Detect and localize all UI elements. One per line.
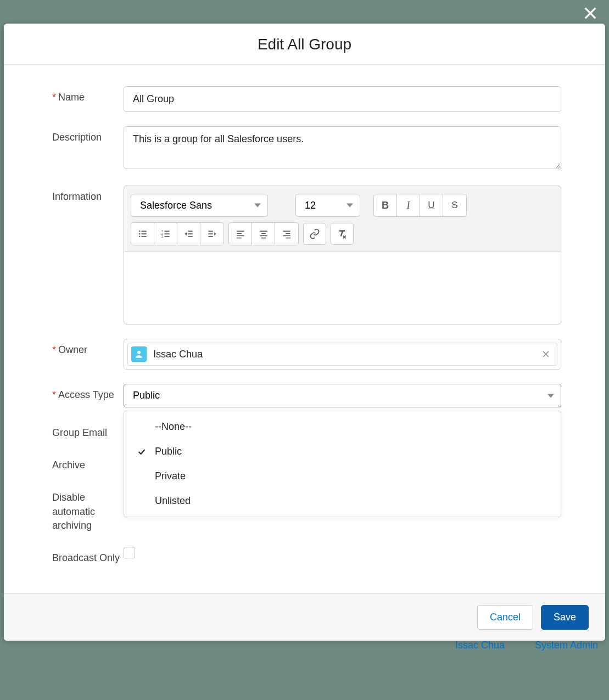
svg-text:3: 3 [161, 235, 163, 238]
svg-rect-7 [141, 236, 146, 237]
cancel-button[interactable]: Cancel [477, 605, 533, 630]
font-select[interactable]: Salesforce Sans [131, 194, 268, 217]
svg-rect-31 [286, 233, 290, 234]
strikethrough-button[interactable]: S [443, 194, 466, 216]
link-button[interactable] [303, 223, 326, 245]
svg-rect-13 [164, 236, 169, 237]
bg-owner-link[interactable]: Issac Chua [455, 640, 505, 656]
chevron-down-icon [254, 204, 261, 208]
modal-title: Edit All Group [4, 24, 605, 65]
align-left-button[interactable] [229, 223, 252, 245]
access-type-label: *Access Type [52, 384, 124, 402]
svg-rect-29 [261, 238, 265, 239]
bold-button[interactable]: B [374, 194, 397, 216]
option-public[interactable]: Public [124, 439, 561, 464]
svg-point-6 [138, 236, 140, 238]
svg-rect-22 [237, 231, 244, 232]
svg-rect-28 [260, 236, 267, 237]
option-private[interactable]: Private [124, 464, 561, 489]
svg-rect-3 [141, 231, 146, 232]
name-input[interactable] [124, 86, 561, 112]
font-size-select[interactable]: 12 [295, 194, 360, 217]
modal-footer: Cancel Save [4, 593, 605, 641]
save-button[interactable]: Save [541, 605, 589, 630]
chevron-down-icon [547, 394, 554, 397]
svg-rect-30 [283, 231, 290, 232]
align-right-button[interactable] [275, 223, 298, 245]
outdent-button[interactable] [177, 223, 200, 245]
svg-rect-9 [164, 231, 169, 232]
clear-format-button[interactable] [331, 223, 354, 245]
close-icon[interactable] [582, 4, 599, 22]
align-center-button[interactable] [252, 223, 275, 245]
svg-rect-25 [237, 238, 241, 239]
user-icon [131, 346, 147, 362]
svg-rect-18 [208, 231, 213, 232]
name-label: *Name [52, 86, 124, 104]
disable-archive-label: Disable automatic archiving [52, 486, 124, 533]
chevron-down-icon [347, 204, 353, 208]
archive-label: Archive [52, 454, 124, 472]
svg-rect-14 [188, 231, 192, 232]
modal-body: *Name Description This is a group for al… [4, 65, 605, 593]
check-icon [137, 447, 146, 456]
option-none[interactable]: --None-- [124, 415, 561, 439]
rich-text-body[interactable] [124, 251, 561, 324]
owner-label: *Owner [52, 339, 124, 357]
svg-rect-23 [237, 233, 241, 234]
access-type-select[interactable]: Public [124, 384, 561, 407]
svg-rect-20 [208, 236, 213, 237]
bullet-list-button[interactable] [131, 223, 154, 245]
broadcast-label: Broadcast Only [52, 547, 124, 565]
broadcast-checkbox[interactable] [124, 547, 135, 558]
svg-marker-21 [214, 232, 216, 236]
indent-button[interactable] [200, 223, 224, 245]
option-unlisted[interactable]: Unlisted [124, 489, 561, 513]
edit-group-modal: Edit All Group *Name Description This is… [4, 24, 605, 641]
bg-role-link[interactable]: System Admin [535, 640, 598, 656]
svg-rect-19 [208, 233, 213, 234]
underline-button[interactable]: U [420, 194, 443, 216]
svg-rect-32 [283, 236, 290, 237]
svg-rect-15 [188, 233, 192, 234]
svg-rect-11 [164, 233, 169, 234]
svg-rect-27 [261, 233, 265, 234]
description-label: Description [52, 126, 124, 144]
svg-point-4 [138, 233, 140, 235]
svg-marker-17 [185, 232, 186, 236]
group-email-label: Group Email [52, 422, 124, 440]
background-row: Issac Chua System Admin [444, 640, 609, 656]
numbered-list-button[interactable]: 123 [154, 223, 177, 245]
owner-pill: Issac Chua [127, 343, 557, 366]
owner-name: Issac Chua [153, 349, 203, 360]
owner-lookup[interactable]: Issac Chua [124, 339, 561, 369]
svg-rect-24 [237, 236, 244, 237]
svg-point-2 [138, 231, 140, 232]
description-input[interactable]: This is a group for all Salesforce users… [124, 126, 561, 169]
svg-point-36 [137, 351, 141, 354]
rich-text-editor: Salesforce Sans 12 B I U S [124, 186, 561, 324]
svg-rect-33 [286, 238, 290, 239]
svg-rect-16 [188, 236, 192, 237]
remove-owner-icon[interactable] [540, 349, 551, 360]
information-label: Information [52, 186, 124, 204]
svg-rect-26 [260, 231, 267, 232]
access-type-dropdown: --None-- Public Private Unlisted [124, 411, 561, 517]
svg-rect-5 [141, 233, 146, 234]
italic-button[interactable]: I [397, 194, 420, 216]
